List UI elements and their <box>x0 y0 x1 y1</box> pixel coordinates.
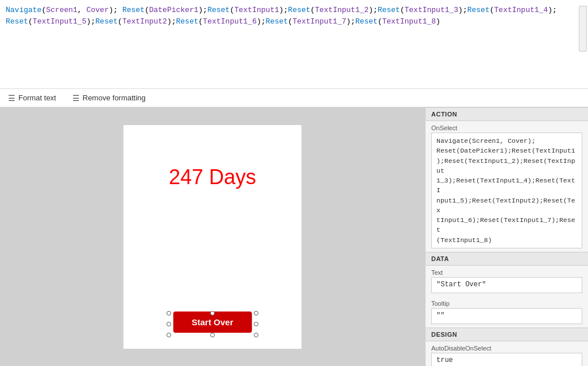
auto-disable-label: AutoDisableOnSelect <box>425 341 588 353</box>
handle-mid-left[interactable] <box>167 322 171 326</box>
on-select-value[interactable]: Navigate(Screen1, Cover); Reset(DatePick… <box>431 133 582 248</box>
code-line-2: Reset(TextInput1_5);Reset(TextInput2);Re… <box>6 16 582 28</box>
canvas-area: 247 Days Start Over <box>0 107 425 366</box>
code-editor[interactable]: Navigate(Screen1, Cover); Reset(DatePick… <box>0 0 588 89</box>
handle-top-right[interactable] <box>254 311 258 316</box>
toolbar: ☰ Format text ☰ Remove formatting <box>0 89 588 107</box>
auto-disable-value[interactable]: true <box>431 353 582 366</box>
days-text: 247 Days <box>169 165 256 189</box>
tooltip-field-value[interactable]: "" <box>431 308 582 324</box>
canvas-page: 247 Days Start Over <box>123 125 301 349</box>
handle-bottom-mid[interactable] <box>210 333 215 337</box>
design-section-header: DESIGN <box>425 328 588 341</box>
scroll-indicator[interactable] <box>579 6 587 52</box>
handle-mid-right[interactable] <box>254 322 258 326</box>
remove-formatting-icon: ☰ <box>72 94 80 103</box>
handle-bottom-right[interactable] <box>254 333 258 337</box>
format-text-label: Format text <box>18 94 56 102</box>
on-select-label: OnSelect <box>425 121 588 133</box>
remove-formatting-button[interactable]: ☰ Remove formatting <box>69 92 149 104</box>
text-field-value[interactable]: "Start Over" <box>431 277 582 293</box>
remove-formatting-label: Remove formatting <box>83 94 146 102</box>
data-section-header: DATA <box>425 252 588 266</box>
format-text-icon: ☰ <box>8 94 16 103</box>
code-line-1: Navigate(Screen1, Cover); Reset(DatePick… <box>6 5 582 16</box>
handle-top-left[interactable] <box>167 311 171 316</box>
text-field-label: Text <box>425 266 588 277</box>
tooltip-field-label: Tooltip <box>425 297 588 308</box>
action-section-header: ACTION <box>425 107 588 121</box>
handle-bottom-left[interactable] <box>167 333 171 337</box>
start-over-button[interactable]: Start Over <box>173 312 252 333</box>
right-panel: ACTION OnSelect Navigate(Screen1, Cover)… <box>425 107 588 366</box>
main-area: 247 Days Start Over ACTION OnSelect Navi… <box>0 107 588 366</box>
format-text-button[interactable]: ☰ Format text <box>5 92 60 104</box>
